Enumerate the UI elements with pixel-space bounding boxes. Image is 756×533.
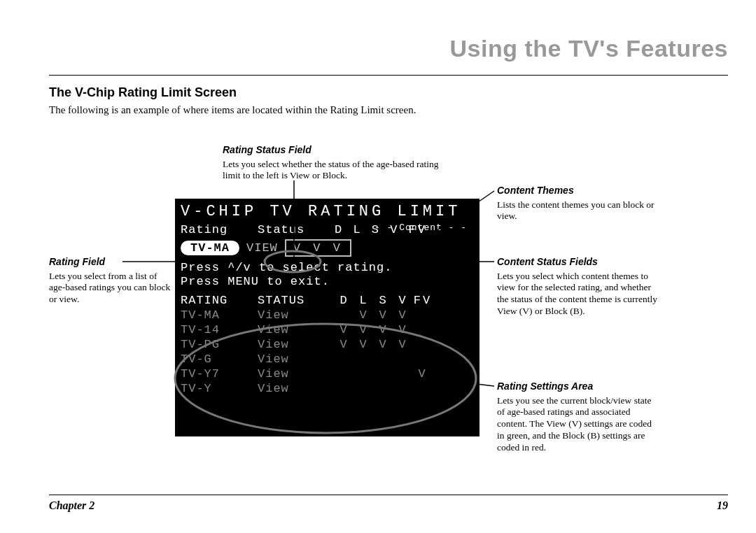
tv-hint-2: Press MENU to exit. [181,275,474,289]
cell-status: View [258,353,335,366]
callout-rating-status-field: Rating Status Field Lets you select whet… [223,144,440,182]
selected-themes-box[interactable]: V V V [285,239,351,257]
callout-content-themes: Content Themes Lists the content themes … [497,185,658,222]
footer-chapter: Chapter 2 [49,499,94,512]
selected-status[interactable]: VIEW [246,241,278,255]
cell-rating: TV-14 [181,323,258,336]
theme-D: D [335,294,354,307]
theme-L: L [354,294,374,307]
tv-hint-1: Press ^/v to select rating. [181,261,474,275]
tv-screenshot: V-CHIP TV RATING LIMIT - - Content - - R… [175,199,479,436]
theme-value: V [374,323,393,336]
table-row: TV-MAViewVVV [181,308,474,322]
callout-title: Rating Status Field [223,144,440,157]
callout-body: Lets you select which content themes to … [497,271,658,318]
theme-FV: FV [413,294,433,307]
theme-value: V [393,323,413,336]
callout-title: Content Status Fields [497,256,658,269]
tv-content-header: - - Content - - [374,222,467,233]
theme-value: V [374,308,393,322]
chapter-title: Using the TV's Features [49,35,728,62]
section-intro: The following is an example of where ite… [49,104,728,116]
callout-content-status-fields: Content Status Fields Lets you select wh… [497,256,658,318]
callout-body: Lets you see the current block/view stat… [497,395,658,454]
theme-value: V [354,338,374,351]
col-rating: Rating [181,223,258,236]
cell-status: View [258,382,335,395]
diagram-area: Rating Status Field Lets you select whet… [49,144,728,466]
table-row: TV-PGViewVVVV [181,338,474,351]
callout-rating-field: Rating Field Lets you select from a list… [49,256,175,306]
callout-body: Lets you select whether the status of th… [223,159,440,183]
theme-value: V [413,367,433,381]
theme-value: V [335,338,354,351]
callout-body: Lists the content themes you can block o… [497,199,658,223]
theme-value: V [393,338,413,351]
theme-value: V [335,323,354,336]
cell-rating: TV-G [181,353,258,366]
cell-themes: VVVV [335,338,468,351]
tv-title: V-CHIP TV RATING LIMIT [181,203,474,220]
callout-title: Rating Field [49,256,175,269]
cell-rating: TV-MA [181,308,258,322]
cell-status: View [258,338,335,351]
col-status: Status [258,223,335,236]
theme-value: V [354,323,374,336]
callout-title: Rating Settings Area [497,381,658,393]
page-footer: Chapter 2 19 [49,495,728,512]
tcol-themes: DLSVFV [335,294,468,307]
theme-value: V [354,308,374,322]
callout-rating-settings-area: Rating Settings Area Lets you see the cu… [497,381,658,454]
tv-selected-row: TV-MA VIEW V V V [181,239,474,257]
cell-status: View [258,323,335,336]
tcol-status: STATUS [258,294,335,307]
cell-themes: V [335,367,468,381]
footer-page-number: 19 [717,499,728,512]
tv-table: RATING STATUS DLSVFV TV-MAViewVVVTV-14Vi… [181,294,474,395]
cell-rating: TV-PG [181,338,258,351]
table-row: TV-YView [181,382,474,395]
section-title: The V-Chip Rating Limit Screen [49,85,728,100]
divider [49,75,728,76]
cell-themes: VVVV [335,323,468,336]
cell-themes: VVV [335,308,468,322]
theme-value: V [374,338,393,351]
callout-title: Content Themes [497,185,658,197]
cell-rating: TV-Y7 [181,367,258,381]
table-row: TV-GView [181,353,474,366]
manual-page: Using the TV's Features The V-Chip Ratin… [0,0,756,533]
cell-themes [335,382,468,395]
table-row: TV-14ViewVVVV [181,323,474,336]
tcol-rating: RATING [181,294,258,307]
theme-V: V [393,294,413,307]
theme-value: V [393,308,413,322]
table-row: TV-Y7ViewV [181,367,474,381]
cell-rating: TV-Y [181,382,258,395]
cell-status: View [258,308,335,322]
cell-status: View [258,367,335,381]
cell-themes [335,353,468,366]
selected-rating-pill[interactable]: TV-MA [181,241,239,255]
theme-S: S [374,294,393,307]
callout-body: Lets you select from a list of age-based… [49,271,175,306]
